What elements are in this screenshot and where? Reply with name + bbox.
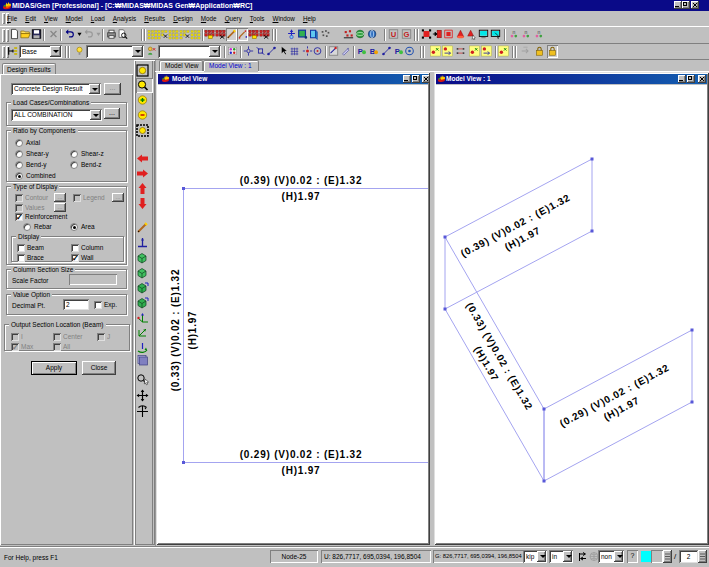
svg-text:(0.33) (V)0.02 : (E)1.32: (0.33) (V)0.02 : (E)1.32: [170, 269, 181, 392]
svg-text:(H)1.97: (H)1.97: [282, 191, 321, 202]
svg-text:(H)1.97: (H)1.97: [187, 311, 198, 350]
svg-text:P: P: [395, 47, 400, 56]
svg-text:(0.33) (V)0.02 : (E)1.32: (0.33) (V)0.02 : (E)1.32: [464, 300, 535, 412]
svg-text:U: U: [391, 30, 397, 39]
svg-text:(0.39) (V)0.02 : (E)1.32: (0.39) (V)0.02 : (E)1.32: [459, 192, 572, 259]
svg-text:n: n: [537, 29, 540, 35]
svg-text:(0.39) (V)0.02 : (E)1.32: (0.39) (V)0.02 : (E)1.32: [240, 175, 363, 186]
svg-text:n: n: [524, 29, 527, 35]
svg-text:P: P: [358, 47, 363, 56]
svg-text:G: G: [404, 30, 410, 39]
svg-text:n: n: [512, 29, 515, 35]
svg-text:(0.29) (V)0.02 : (E)1.32: (0.29) (V)0.02 : (E)1.32: [240, 449, 363, 460]
svg-text:(H)1.97: (H)1.97: [282, 465, 321, 476]
